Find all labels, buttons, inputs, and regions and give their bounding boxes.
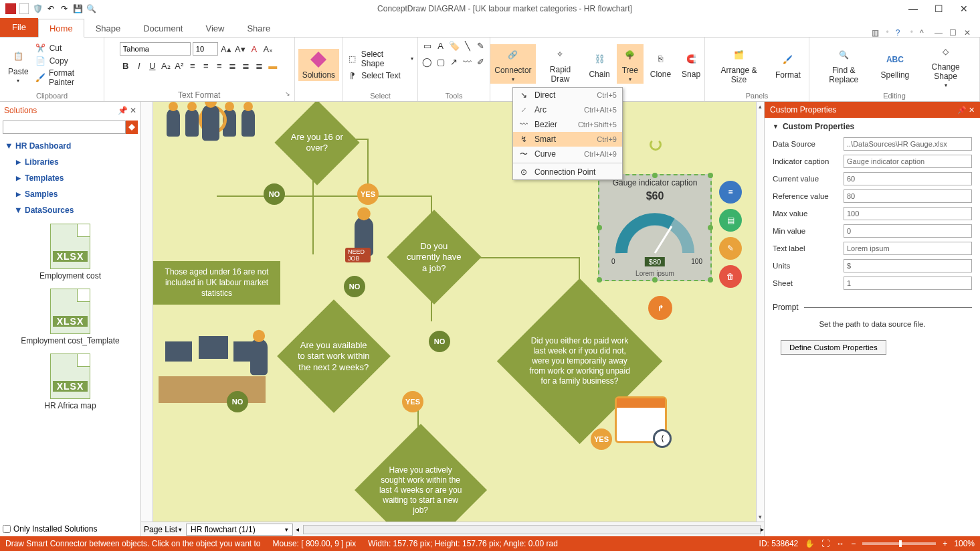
pen-tool-icon[interactable]: ✎ [475,40,487,52]
tree-datasources[interactable]: ▶DataSources [13,202,136,218]
bold-icon[interactable]: B [120,60,132,72]
hand-tool-icon[interactable]: ✋ [805,539,815,548]
align-left-icon[interactable]: ≡ [187,60,199,72]
font-color-icon[interactable]: A [248,43,260,55]
solutions-search-input[interactable] [3,121,126,134]
cp-ds-input[interactable] [844,137,972,151]
dd-arc[interactable]: ⟋ArcCtrl+Alt+5 [513,102,622,117]
tab-view[interactable]: View [194,19,235,37]
align-middle-icon[interactable]: ≣ [240,60,252,72]
subscript-icon[interactable]: A₂ [160,60,172,72]
define-custom-properties-button[interactable]: Define Custom Properties [781,340,886,355]
zoom-slider[interactable] [862,542,936,545]
inner-close-icon[interactable]: ✕ [964,28,972,36]
dd-direct[interactable]: ↘DirectCtrl+5 [513,88,622,102]
align-top-icon[interactable]: ≣ [227,60,239,72]
align-bottom-icon[interactable]: ≣ [254,60,266,72]
cp-pin-icon[interactable]: 📌 ✕ [957,106,975,114]
canvas[interactable]: Are you 16 or over? NO YES Those aged un… [153,102,756,522]
vertical-scrollbar[interactable]: ▴ ▾ [756,102,764,522]
ds-hr-africa-map[interactable]: XLSXHR Africa map [44,353,96,410]
fab-delete[interactable]: 🗑 [719,265,742,288]
ds-employment-cost[interactable]: XLSXEmployment cost [39,224,101,281]
scroll-down-icon[interactable]: ▾ [757,512,764,522]
freehand-tool-icon[interactable]: ✐ [475,56,487,68]
cp-cur-input[interactable] [844,172,972,185]
tab-share[interactable]: Share [235,19,282,37]
cp-txt-input[interactable] [844,242,972,255]
ds-employment-cost-template[interactable]: XLSXEmployment cost_Template [21,289,119,345]
new-icon[interactable] [19,3,29,14]
cp-units-input[interactable] [844,259,972,272]
dialog-launcher-icon[interactable]: ↘ [285,90,290,97]
paste-button[interactable]: 📋 Paste ▾ [4,46,33,85]
clone-button[interactable]: ⎘Clone [646,48,675,80]
windows-icon[interactable]: ▥ [872,28,880,36]
preview-icon[interactable]: 🔍 [86,3,96,14]
cp-max-input[interactable] [844,207,972,220]
shield-icon[interactable]: 🛡️ [32,3,43,14]
arrange-size-button[interactable]: 🗂️Arrange & Size [709,44,769,86]
change-shape-button[interactable]: ◇Change Shape▾ [916,41,975,90]
chain-button[interactable]: ⛓️Chain [585,48,613,80]
spelling-button[interactable]: ABCSpelling [877,49,914,81]
tree-button[interactable]: 🌳Tree▾ [617,44,644,84]
select-text-button[interactable]: ⁋Select Text [347,70,413,81]
align-center-icon[interactable]: ≡ [200,60,212,72]
tab-shape[interactable]: Shape [84,19,132,37]
tree-root[interactable]: ▶HR Dashboard [4,138,136,154]
text-tool-icon[interactable]: A [435,40,447,52]
pin-icon[interactable]: 📌 ✕ [118,106,136,115]
help-icon[interactable]: ? [896,28,904,36]
page-selector[interactable]: HR flowchart (1/1)▾ [186,524,293,536]
scroll-up-icon[interactable]: ▴ [757,102,764,111]
tab-file[interactable]: File [0,18,38,37]
tab-document[interactable]: Document [132,19,194,37]
highlight-icon[interactable]: ▬ [267,60,279,72]
fab-menu[interactable]: ≡ [719,181,742,204]
format-button[interactable]: 🖌️Format [771,49,805,81]
underline-icon[interactable]: U [146,60,159,72]
tree-libraries[interactable]: ▶Libraries [13,154,136,170]
info-under-16[interactable]: Those aged under 16 are not included in … [153,261,280,305]
maximize-button[interactable]: ☐ [933,3,944,14]
gauge-widget[interactable]: Gauge indicator caption $60 0 100 $80 Lo… [598,174,712,281]
decision-age[interactable]: Are you 16 or over? [274,102,359,185]
cp-section[interactable]: ▼Custom Properties [765,118,980,135]
clear-format-icon[interactable]: Aₓ [262,43,274,55]
solutions-button[interactable]: Solutions [298,49,339,81]
dd-curve[interactable]: 〜CurveCtrl+Alt+9 [513,147,622,161]
stamp-tool-icon[interactable]: 🏷️ [448,40,460,52]
font-name-input[interactable] [120,42,191,56]
fit-page-icon[interactable]: ⛶ [821,539,829,548]
font-size-input[interactable] [193,42,218,56]
rapid-draw-button[interactable]: ✧Rapid Draw [538,44,583,85]
decision-sought-work[interactable]: Have you actively sought work within the… [355,424,487,522]
shrink-font-icon[interactable]: A▾ [234,43,246,55]
only-installed-checkbox[interactable]: Only Installed Solutions [3,524,97,534]
cp-min-input[interactable] [844,224,972,238]
arrow-tool-icon[interactable]: ↗ [448,56,460,68]
dd-connection-point[interactable]: ⊙Connection Point [513,165,622,179]
fit-width-icon[interactable]: ↔ [836,539,844,548]
save-icon[interactable]: 💾 [72,3,83,14]
collapse-ribbon-icon[interactable]: ^ [920,28,928,36]
pagelist-menu-icon[interactable]: ▾ [177,526,183,533]
snap-button[interactable]: 🧲Snap [678,48,704,80]
tree-templates[interactable]: ▶Templates [13,170,136,186]
scroll-left-icon[interactable]: ◂ [296,526,299,533]
zoom-in-icon[interactable]: + [943,539,947,548]
fab-edit[interactable]: ✎ [719,237,742,260]
select-shape-button[interactable]: ⬚Select Shape▾ [347,50,413,68]
minimize-button[interactable]: — [908,3,918,14]
decision-have-job[interactable]: Do you currently have a job? [387,210,481,304]
redo-icon[interactable]: ↷ [59,3,70,14]
line-tool-icon[interactable]: ╲ [462,40,474,52]
format-painter-button[interactable]: 🖌️Format Painter [35,68,100,87]
solutions-search-icon[interactable] [126,121,138,134]
textbox-tool-icon[interactable]: ▢ [435,56,447,68]
tab-home[interactable]: Home [38,19,84,37]
tree-samples[interactable]: ▶Samples [13,186,136,202]
close-button[interactable]: ✕ [959,3,969,14]
align-right-icon[interactable]: ≡ [213,60,225,72]
